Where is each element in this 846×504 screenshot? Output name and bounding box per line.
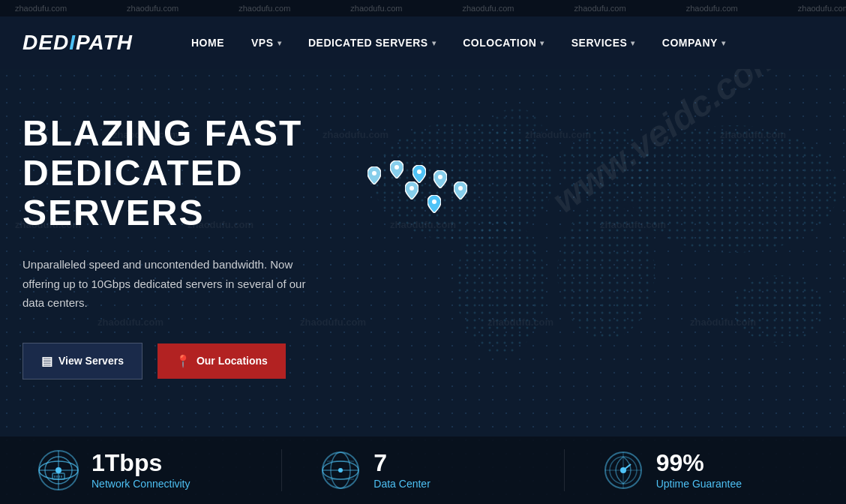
map-marker: [368, 166, 381, 188]
svg-point-20: [56, 467, 62, 473]
nav-item-company[interactable]: COMPANY ▾: [649, 16, 740, 69]
svg-point-7: [490, 108, 542, 150]
svg-point-9: [394, 165, 399, 170]
our-locations-button[interactable]: 📍 Our Locations: [158, 344, 286, 379]
svg-point-6: [734, 275, 824, 343]
map-marker: [405, 182, 418, 202]
stat-uptime-value: 99%: [656, 451, 742, 475]
stat-network-value: 1Tbps: [92, 451, 190, 475]
stats-bar: 1Tbps Network Connectivity 7 Data Center: [0, 436, 846, 504]
nav-item-services[interactable]: SERVICES ▾: [558, 16, 649, 69]
ticker-bar: zhaodufu.com zhaodufu.com zhaodufu.com z…: [0, 0, 846, 16]
nav-item-home[interactable]: HOME: [178, 16, 238, 69]
hero-title-line2: DEDICATED SERVERS: [22, 154, 352, 233]
svg-point-2: [456, 219, 546, 354]
hero-content: BLAZING FAST DEDICATED SERVERS Unparalle…: [22, 114, 352, 380]
map-marker: [454, 182, 467, 202]
svg-point-14: [432, 200, 436, 204]
svg-point-32: [338, 468, 343, 472]
logo-text: DEDIPATH: [22, 31, 133, 55]
globe-icon: [320, 449, 362, 491]
ticker-content: zhaodufu.com zhaodufu.com zhaodufu.com z…: [0, 4, 846, 13]
stat-dc-label: Data Center: [374, 478, 430, 490]
stat-network-label: Network Connectivity: [92, 478, 190, 490]
svg-point-12: [410, 186, 414, 190]
svg-point-8: [372, 171, 376, 176]
uptime-icon: [602, 449, 644, 491]
stat-network: 1Tbps Network Connectivity: [0, 449, 282, 491]
nav-items: HOME VPS ▾ DEDICATED SERVERS ▾ COLOCATIO…: [178, 16, 824, 69]
map-marker: [428, 195, 441, 216]
stat-datacenter: 7 Data Center: [282, 449, 564, 491]
map-marker: [390, 160, 404, 182]
chevron-down-icon: ▾: [540, 39, 544, 47]
stat-dc-value: 7: [374, 451, 430, 475]
chevron-down-icon: ▾: [278, 39, 282, 47]
svg-point-10: [417, 170, 422, 174]
stat-uptime: 99% Uptime Guarantee: [565, 449, 846, 491]
hero-title-line1: BLAZING FAST: [22, 114, 352, 154]
server-icon: ▤: [41, 354, 52, 368]
hero-section: www.veidc.com zhaodufu.com zhaodufu.com …: [0, 69, 846, 504]
nav-item-dedicated[interactable]: DEDICATED SERVERS ▾: [295, 16, 449, 69]
hero-description: Unparalleled speed and uncontended bandw…: [22, 255, 322, 313]
svg-point-4: [557, 204, 655, 339]
nav-item-vps[interactable]: VPS ▾: [238, 16, 295, 69]
svg-point-13: [458, 186, 463, 190]
svg-point-5: [628, 125, 838, 253]
chevron-down-icon: ▾: [432, 39, 436, 47]
hero-buttons: ▤ View Servers 📍 Our Locations: [22, 343, 352, 380]
svg-line-38: [623, 464, 631, 470]
view-servers-button[interactable]: ▤ View Servers: [22, 343, 142, 380]
stat-uptime-label: Uptime Guarantee: [656, 478, 742, 490]
world-map: [351, 84, 846, 399]
nav-item-colocation[interactable]: COLOCATION ▾: [449, 16, 558, 69]
logo[interactable]: DEDIPATH: [22, 31, 133, 55]
svg-point-11: [438, 175, 442, 179]
chevron-down-icon: ▾: [722, 39, 726, 47]
location-pin-icon: 📍: [176, 354, 190, 368]
chevron-down-icon: ▾: [631, 39, 635, 47]
map-marker: [434, 170, 447, 191]
network-icon: [38, 449, 80, 491]
navbar: DEDIPATH HOME VPS ▾ DEDICATED SERVERS ▾ …: [0, 16, 846, 69]
